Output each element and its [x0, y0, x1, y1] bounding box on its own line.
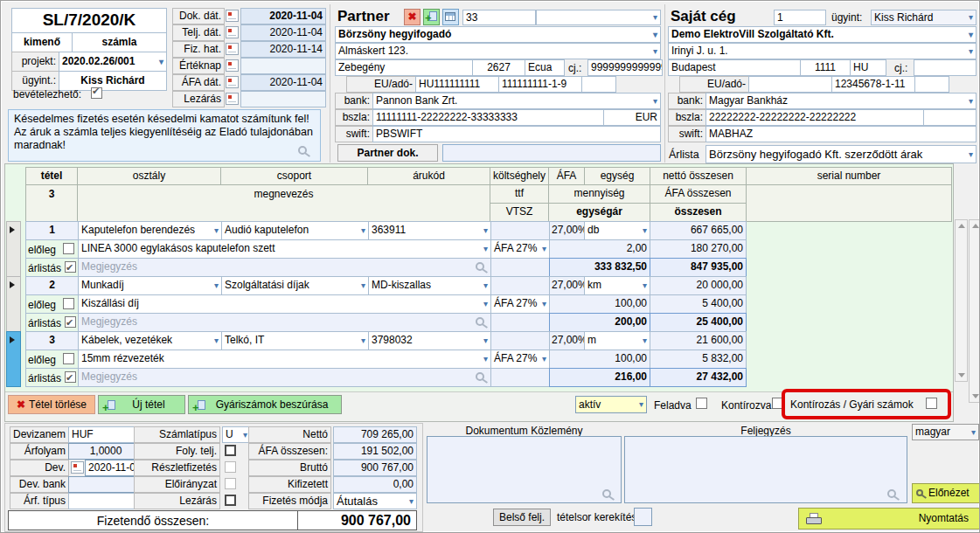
scroll-up-icon[interactable]: [972, 224, 979, 228]
company-address-select[interactable]: Irinyi J. u. 1.: [668, 43, 977, 59]
megjegyzes-zoom-icon[interactable]: [476, 372, 484, 381]
eloiranyzat-checkbox[interactable]: [225, 478, 236, 489]
partner-code-select[interactable]: [536, 10, 661, 25]
partner-dok-button[interactable]: Partner dok.: [337, 144, 438, 162]
outer-scrollbar[interactable]: [969, 219, 980, 403]
calendar-icon[interactable]: [226, 76, 239, 88]
feljegyzes-textarea[interactable]: [624, 436, 907, 503]
eloleg-checkbox[interactable]: [63, 243, 74, 254]
scroll-down-icon[interactable]: [958, 373, 965, 377]
item-arukod-select[interactable]: 3798032: [368, 331, 491, 350]
item-egyseg-select[interactable]: m: [584, 331, 650, 350]
company-cj-field[interactable]: [914, 59, 977, 76]
item-netto-osszesen[interactable]: 667 665,00: [650, 221, 747, 240]
partner-eu-vat-field[interactable]: HU111111111: [415, 76, 499, 93]
item-arukod-select[interactable]: MD-kiszallas: [368, 276, 491, 295]
item-megnevezes-select[interactable]: 15mm rézvezeték: [78, 350, 491, 369]
item-csoport-select[interactable]: Szolgáltatási díjak: [221, 276, 369, 295]
partner-cj-field[interactable]: 99999999999999: [587, 59, 663, 76]
bevetelezheto-checkbox[interactable]: [91, 87, 102, 99]
item-vtsz-field[interactable]: [490, 258, 550, 277]
partner-zip-field[interactable]: 2627: [472, 59, 525, 76]
company-name-select[interactable]: Demo ElektroVill Szolgáltató Kft.: [668, 26, 977, 43]
dev-bank-field[interactable]: [68, 476, 143, 493]
partner-dok-field[interactable]: [442, 144, 661, 162]
megjegyzes-zoom-icon[interactable]: [476, 262, 484, 271]
kifizetett-field[interactable]: 0,00: [333, 476, 417, 493]
item-megjegyzes-field[interactable]: Megjegyzés: [78, 258, 491, 277]
company-eu-vat-field[interactable]: [748, 76, 832, 93]
kozlemeny-textarea[interactable]: [427, 436, 622, 503]
partner-account-field[interactable]: 11111111-22222222-33333333: [372, 109, 604, 126]
item-koltseghely-field[interactable]: [490, 221, 550, 240]
date-value[interactable]: [240, 58, 326, 74]
item-megjegyzes-field[interactable]: Megjegyzés: [78, 313, 491, 332]
item-vtsz-field[interactable]: [490, 313, 550, 332]
calendar-icon[interactable]: [226, 10, 239, 22]
item-netto-osszesen[interactable]: 20 000,00: [650, 276, 747, 295]
partner-country-field[interactable]: Ecua: [525, 59, 565, 76]
eloleg-checkbox[interactable]: [63, 353, 74, 364]
arf-tipus-select[interactable]: [68, 493, 143, 509]
item-netto-osszesen[interactable]: 21 600,00: [650, 331, 747, 350]
company-zip-field[interactable]: 1111: [800, 59, 851, 76]
items-scrollbar[interactable]: [955, 219, 968, 382]
arlistas-checkbox[interactable]: [65, 316, 76, 328]
date-value[interactable]: 2020-11-14: [240, 41, 326, 58]
notice-zoom-icon[interactable]: [298, 146, 307, 155]
item-koltseghely-field[interactable]: [490, 276, 550, 295]
internal-note-button[interactable]: Belső felj.: [493, 509, 551, 526]
item-megnevezes-select[interactable]: LINEA 3000 egylakásos kaputelefon szett: [78, 239, 491, 259]
reszletfizetes-checkbox[interactable]: [225, 461, 236, 473]
date-value[interactable]: [240, 91, 326, 107]
szamlatipus-select[interactable]: U: [222, 426, 251, 443]
item-osztaly-select[interactable]: Kábelek, vezetékek: [78, 331, 222, 350]
kerekites-field[interactable]: [634, 508, 652, 526]
company-swift-field[interactable]: MABHAZ: [705, 126, 977, 142]
new-item-button[interactable]: + Új tétel: [98, 395, 185, 414]
payment-notice-box[interactable]: Késedelmes fizetés esetén késedelmi kama…: [8, 109, 321, 162]
item-egyseg-select[interactable]: db: [584, 221, 650, 240]
row-selector[interactable]: [6, 221, 21, 277]
partner-swift-field[interactable]: PBSWIFT: [372, 126, 661, 142]
item-megjegyzes-field[interactable]: Megjegyzés: [78, 368, 491, 387]
partner-bank-select[interactable]: Pannon Bank Zrt.: [372, 93, 661, 109]
item-osztaly-select[interactable]: Munkadíj: [78, 276, 222, 295]
item-afa-kulcs-select[interactable]: ÁFA 27%: [490, 294, 550, 314]
row-selector[interactable]: [6, 331, 21, 387]
fizetes-modja-select[interactable]: Átutalás: [333, 493, 417, 509]
language-select[interactable]: magyar: [912, 424, 979, 440]
item-megnevezes-select[interactable]: Kiszállási díj: [78, 294, 491, 314]
item-vtsz-field[interactable]: [490, 368, 550, 387]
afa-osszesen-field[interactable]: 191 502,00: [333, 443, 417, 460]
feljegyzes-zoom-icon[interactable]: [887, 489, 896, 498]
calendar-icon[interactable]: [71, 461, 84, 474]
item-afa-kulcs-select[interactable]: ÁFA 27%: [490, 350, 550, 369]
kontirozas-checkbox[interactable]: [926, 398, 937, 409]
megjegyzes-zoom-icon[interactable]: [476, 317, 484, 326]
partner-tax-extra-field[interactable]: [581, 76, 616, 93]
netto-field[interactable]: 709 265,00: [333, 426, 417, 443]
row-selector[interactable]: [6, 276, 21, 332]
insert-serials-button[interactable]: + Gyáriszámok beszúrása: [188, 395, 342, 414]
item-osztaly-select[interactable]: Kaputelefon berendezés: [78, 221, 222, 240]
partner-delete-button[interactable]: ✖: [404, 9, 420, 25]
eloleg-checkbox[interactable]: [63, 298, 74, 309]
partner-tax-number-field[interactable]: 111111111-1-9: [498, 76, 582, 93]
item-koltseghely-field[interactable]: [490, 331, 550, 350]
company-bank-select[interactable]: Magyar Bankház: [705, 93, 977, 109]
company-ugyint-select[interactable]: Kiss Richárd: [871, 10, 977, 25]
partner-address-select[interactable]: Almáskert 123.: [335, 43, 661, 59]
company-code-field[interactable]: 1: [774, 10, 826, 25]
lezaras-checkbox[interactable]: [225, 495, 236, 506]
calendar-icon[interactable]: [226, 93, 239, 105]
item-afa-kulcs-select[interactable]: ÁFA 27%: [490, 239, 550, 259]
date-value[interactable]: 2020-11-04: [240, 74, 326, 91]
partner-currency-field[interactable]: EUR: [603, 109, 661, 126]
arlistas-checkbox[interactable]: [65, 371, 76, 383]
item-egyseg-select[interactable]: km: [584, 276, 650, 295]
preview-button[interactable]: Előnézet: [912, 483, 980, 503]
calendar-icon[interactable]: [226, 59, 239, 72]
partner-add-button[interactable]: +: [423, 9, 440, 25]
partner-list-button[interactable]: [442, 9, 459, 25]
